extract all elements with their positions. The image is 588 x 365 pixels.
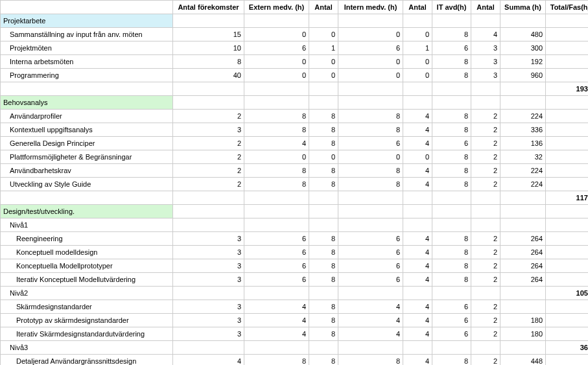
cell-empty xyxy=(338,341,403,355)
table-row: Prototyp av skärmdesignstandarder3484462… xyxy=(1,314,589,327)
row-value: 4 xyxy=(173,355,244,366)
row-value: 2 xyxy=(173,137,244,150)
cell-empty xyxy=(309,96,338,110)
cell-empty xyxy=(471,287,500,300)
row-value: 8 xyxy=(338,178,403,191)
row-value: 4 xyxy=(244,327,309,341)
row-value xyxy=(546,164,589,178)
row-value: 6 xyxy=(432,41,471,55)
row-value xyxy=(546,273,589,287)
row-label: Interna arbetsmöten xyxy=(1,55,173,69)
row-value: 4 xyxy=(338,314,403,327)
cell-empty xyxy=(500,14,546,28)
row-value: 3 xyxy=(471,55,500,69)
row-value: 8 xyxy=(309,259,338,273)
cell-empty xyxy=(244,14,309,28)
row-value: 2 xyxy=(471,327,500,341)
row-value: 4 xyxy=(403,232,432,246)
cell-empty xyxy=(432,96,471,110)
row-value: 40 xyxy=(173,69,244,82)
row-value: 6 xyxy=(338,137,403,150)
group-header: Nivå21056 xyxy=(1,287,589,300)
table-row: Konceptuella Modellprototyper3686482264 xyxy=(1,259,589,273)
row-value: 8 xyxy=(244,178,309,191)
row-value: 2 xyxy=(471,123,500,137)
cell-empty xyxy=(1,191,173,205)
cell-empty xyxy=(244,205,309,218)
col-header: IT avd(h) xyxy=(432,1,471,14)
row-value: 6 xyxy=(338,41,403,55)
row-value xyxy=(546,55,589,69)
cell-empty xyxy=(244,341,309,355)
row-value xyxy=(546,178,589,191)
cell-empty xyxy=(403,341,432,355)
row-value: 8 xyxy=(309,355,338,366)
row-value: 8 xyxy=(432,55,471,69)
row-label: Skärmdesignstandarder xyxy=(1,300,173,314)
row-value: 1 xyxy=(309,41,338,55)
row-value: 8 xyxy=(432,232,471,246)
row-label: Kontextuell uppgiftsanalys xyxy=(1,123,173,137)
cell-empty xyxy=(432,218,471,232)
row-value: 8 xyxy=(309,137,338,150)
row-value: 6 xyxy=(244,246,309,259)
group-header: Nivå3360 xyxy=(1,341,589,355)
row-value: 8 xyxy=(309,246,338,259)
row-value: 0 xyxy=(403,28,432,41)
row-value: 6 xyxy=(338,232,403,246)
row-label: Sammanställning av input från anv. möten xyxy=(1,28,173,41)
section-title: Design/test/utveckling. xyxy=(1,205,173,218)
cell-empty xyxy=(403,96,432,110)
row-value: 8 xyxy=(173,55,244,69)
row-value: 3 xyxy=(173,314,244,327)
cell-empty xyxy=(500,82,546,96)
group-header: Nivå1 xyxy=(1,218,589,232)
section-title: Behovsanalys xyxy=(1,96,173,110)
row-value: 6 xyxy=(432,300,471,314)
row-value xyxy=(546,300,589,314)
cell-empty xyxy=(432,341,471,355)
row-value: 136 xyxy=(500,137,546,150)
row-value xyxy=(546,137,589,150)
row-value: 2 xyxy=(173,150,244,164)
row-value: 264 xyxy=(500,246,546,259)
cell-empty xyxy=(403,191,432,205)
row-value: 0 xyxy=(338,28,403,41)
row-label: Projektmöten xyxy=(1,41,173,55)
row-value: 8 xyxy=(309,178,338,191)
cell-empty xyxy=(500,205,546,218)
cell-empty xyxy=(432,82,471,96)
cell-empty xyxy=(471,205,500,218)
cell-empty xyxy=(471,191,500,205)
row-value: 0 xyxy=(403,150,432,164)
row-value: 32 xyxy=(500,150,546,164)
row-value xyxy=(546,150,589,164)
row-value: 448 xyxy=(500,355,546,366)
row-value: 8 xyxy=(338,110,403,123)
subtotal-row: 1176 xyxy=(1,191,589,205)
row-value: 4 xyxy=(338,327,403,341)
row-value: 8 xyxy=(432,69,471,82)
row-value xyxy=(500,300,546,314)
row-value: 10 xyxy=(173,41,244,55)
row-value: 6 xyxy=(244,273,309,287)
row-value xyxy=(546,41,589,55)
row-value: 4 xyxy=(244,314,309,327)
row-value: 0 xyxy=(309,55,338,69)
project-table: Antal förekomster Extern medv. (h) Antal… xyxy=(0,0,588,365)
phase-total: 1056 xyxy=(546,287,589,300)
row-value: 8 xyxy=(244,110,309,123)
row-value: 3 xyxy=(173,123,244,137)
row-value: 6 xyxy=(244,41,309,55)
row-label: Konceptuella Modellprototyper xyxy=(1,259,173,273)
row-value: 4 xyxy=(403,123,432,137)
row-value: 6 xyxy=(244,259,309,273)
table-row: Iterativ Skärmdesignstandardutvärdering3… xyxy=(1,327,589,341)
cell-empty xyxy=(471,82,500,96)
cell-empty xyxy=(338,287,403,300)
row-value xyxy=(546,314,589,327)
group-title: Nivå2 xyxy=(1,287,173,300)
col-header: Antal xyxy=(309,1,338,14)
table-body: ProjektarbeteSammanställning av input fr… xyxy=(1,14,589,366)
col-header: Antal förekomster xyxy=(173,1,244,14)
